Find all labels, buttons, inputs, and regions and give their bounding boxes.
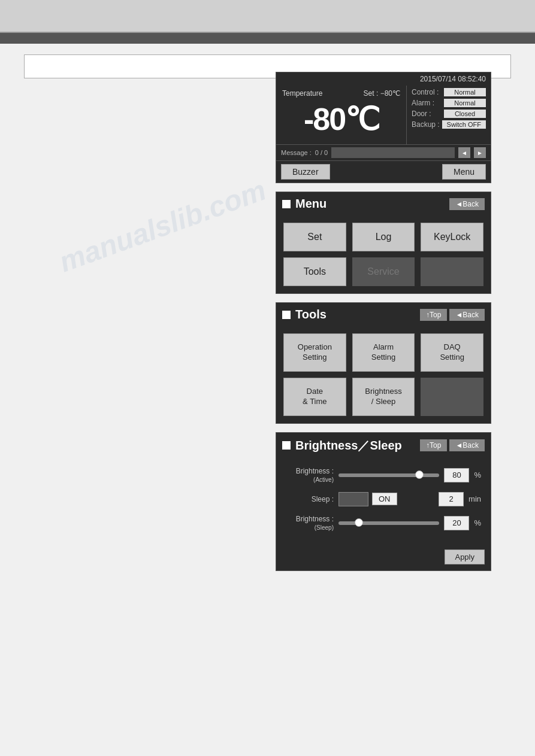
brightness-title: Brightness／Sleep bbox=[282, 438, 402, 454]
menu-button[interactable]: Menu bbox=[442, 164, 486, 180]
menu-title-text: Menu bbox=[295, 197, 327, 211]
apply-button[interactable]: Apply bbox=[445, 549, 485, 564]
temp-display: -80℃ bbox=[282, 101, 400, 137]
nav-next-btn[interactable]: ► bbox=[474, 147, 486, 158]
service-button[interactable]: Service bbox=[352, 257, 415, 286]
panel1-right: Control : Normal Alarm : Normal Door : C… bbox=[407, 86, 491, 144]
brightness-sleep-button[interactable]: Brightness / Sleep bbox=[352, 378, 415, 416]
brightness-top-button[interactable]: ↑Top bbox=[420, 439, 447, 451]
temp-set: Set : −80℃ bbox=[364, 89, 400, 98]
brightness-active-label: Brightness :(Active) bbox=[286, 467, 334, 484]
top-bar bbox=[0, 0, 535, 33]
backup-label: Backup : bbox=[412, 120, 440, 129]
sleep-row: Sleep : ON 2 min bbox=[286, 492, 481, 506]
menu-panel: Menu ◄Back Set Log KeyLock Tools Service bbox=[276, 192, 491, 294]
door-row: Door : Closed bbox=[412, 110, 486, 118]
panel1-footer: Buzzer Menu bbox=[276, 160, 491, 183]
brightness-sleep-value: 20 bbox=[444, 516, 469, 530]
tools-nav-buttons: ↑Top ◄Back bbox=[420, 309, 485, 321]
alarm-label: Alarm : bbox=[412, 99, 434, 107]
alarm-value: Normal bbox=[444, 99, 486, 107]
menu-header: Menu ◄Back bbox=[276, 192, 491, 215]
tools-panel: Tools ↑Top ◄Back Operation Setting Alarm… bbox=[276, 302, 491, 424]
brightness-body: Brightness :(Active) 80 % Sleep : ON 2 m… bbox=[276, 459, 491, 546]
brightness-active-slider[interactable] bbox=[338, 473, 439, 477]
brightness-active-value: 80 bbox=[444, 468, 469, 482]
tools-title-text: Tools bbox=[295, 308, 327, 321]
message-row: Message : 0 / 0 ◄ ► bbox=[276, 144, 491, 160]
brightness-title-text: Brightness／Sleep bbox=[295, 438, 402, 454]
control-label: Control : bbox=[412, 88, 439, 96]
message-label: Message : bbox=[281, 149, 312, 156]
sleep-on-badge: ON bbox=[372, 493, 397, 505]
control-value: Normal bbox=[444, 88, 486, 96]
log-button[interactable]: Log bbox=[352, 223, 415, 251]
message-box bbox=[331, 147, 455, 158]
menu-title: Menu bbox=[282, 197, 327, 211]
menu-back-button[interactable]: ◄Back bbox=[449, 198, 485, 210]
brightness-sleep-unit: % bbox=[474, 518, 481, 527]
title-square-icon bbox=[282, 200, 291, 208]
nav-prev-btn[interactable]: ◄ bbox=[458, 147, 470, 158]
brightness-back-button[interactable]: ◄Back bbox=[449, 439, 485, 451]
tools-back-button[interactable]: ◄Back bbox=[449, 309, 485, 321]
tools-grid: Operation Setting Alarm Setting DAQ Sett… bbox=[276, 326, 491, 423]
brightness-sleep-panel: Brightness／Sleep ↑Top ◄Back Brightness :… bbox=[276, 432, 491, 571]
tools-top-button[interactable]: ↑Top bbox=[420, 309, 447, 321]
brightness-sleep-label: Brightness :(Sleep) bbox=[286, 515, 334, 532]
brightness-nav-buttons: ↑Top ◄Back bbox=[420, 439, 485, 451]
date-time-button[interactable]: Date & Time bbox=[283, 378, 346, 416]
backup-row: Backup : Switch OFF bbox=[412, 120, 486, 129]
brightness-sleep-slider[interactable] bbox=[338, 521, 439, 525]
tools-button[interactable]: Tools bbox=[283, 257, 346, 286]
tools-empty-button bbox=[421, 378, 483, 416]
panel1-body: Temperature Set : −80℃ -80℃ Control : No… bbox=[276, 86, 491, 144]
tools-header: Tools ↑Top ◄Back bbox=[276, 303, 491, 326]
alarm-row: Alarm : Normal bbox=[412, 99, 486, 107]
operation-setting-button[interactable]: Operation Setting bbox=[283, 333, 346, 372]
door-label: Door : bbox=[412, 110, 431, 118]
brightness-sleep-thumb bbox=[355, 518, 363, 527]
sub-bar bbox=[0, 33, 535, 44]
menu-grid: Set Log KeyLock Tools Service bbox=[276, 215, 491, 293]
control-row: Control : Normal bbox=[412, 88, 486, 96]
main-display-panel: 2015/07/14 08:52:40 Temperature Set : −8… bbox=[276, 72, 491, 183]
datetime-label: 2015/07/14 08:52:40 bbox=[420, 75, 486, 83]
sleep-value: 2 bbox=[439, 492, 464, 506]
message-count: 0 / 0 bbox=[315, 149, 328, 156]
search-input[interactable] bbox=[31, 62, 504, 71]
tools-title-square-icon bbox=[282, 311, 291, 319]
tools-title: Tools bbox=[282, 308, 327, 321]
sleep-input[interactable] bbox=[338, 492, 368, 506]
alarm-setting-button[interactable]: Alarm Setting bbox=[352, 333, 415, 372]
door-value: Closed bbox=[444, 110, 486, 118]
set-button[interactable]: Set bbox=[283, 223, 346, 251]
sleep-control: ON bbox=[338, 492, 434, 506]
temp-label: Temperature bbox=[282, 89, 322, 98]
buzzer-button[interactable]: Buzzer bbox=[281, 164, 330, 180]
menu-empty-button bbox=[421, 257, 483, 286]
panels-container: 2015/07/14 08:52:40 Temperature Set : −8… bbox=[276, 72, 491, 579]
watermark: manualslib.com bbox=[55, 174, 271, 279]
brightness-footer: Apply bbox=[276, 546, 491, 570]
daq-setting-button[interactable]: DAQ Setting bbox=[421, 333, 483, 372]
brightness-active-thumb bbox=[415, 470, 424, 479]
keylock-button[interactable]: KeyLock bbox=[421, 223, 483, 251]
brightness-active-unit: % bbox=[474, 470, 481, 479]
panel1-left: Temperature Set : −80℃ -80℃ bbox=[276, 86, 407, 144]
backup-value: Switch OFF bbox=[442, 120, 486, 129]
brightness-sleep-row: Brightness :(Sleep) 20 % bbox=[286, 515, 481, 532]
sleep-label: Sleep : bbox=[286, 495, 334, 503]
sleep-unit: min bbox=[468, 494, 481, 503]
brightness-title-square-icon bbox=[282, 441, 291, 450]
brightness-active-row: Brightness :(Active) 80 % bbox=[286, 467, 481, 484]
datetime-header: 2015/07/14 08:52:40 bbox=[276, 72, 491, 86]
brightness-header: Brightness／Sleep ↑Top ◄Back bbox=[276, 433, 491, 459]
